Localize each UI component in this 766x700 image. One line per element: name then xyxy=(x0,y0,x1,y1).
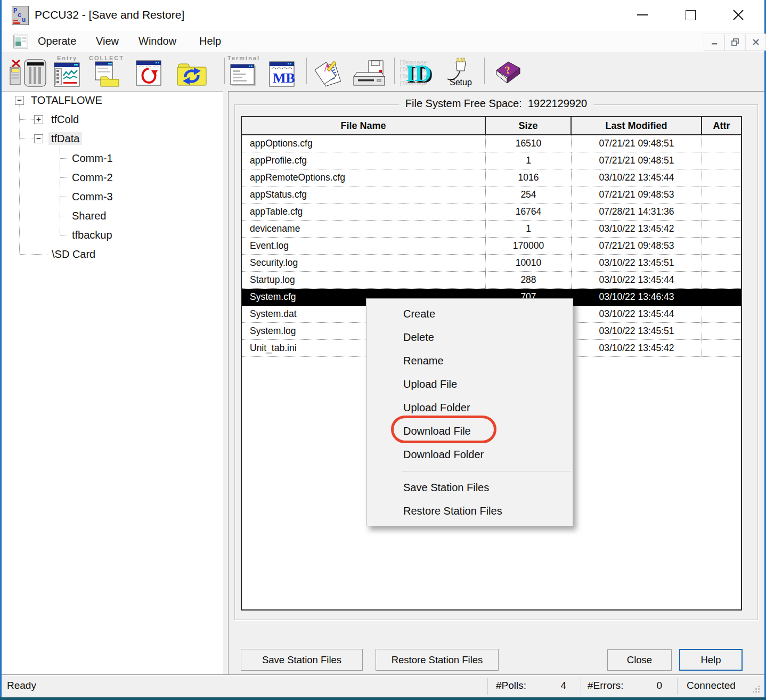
menu-window[interactable]: Window xyxy=(138,35,176,47)
tree-node-tfbackup[interactable]: tfbackup xyxy=(72,228,112,242)
svg-text:P: P xyxy=(13,7,17,15)
setup-plug-icon: Setup xyxy=(442,54,476,87)
file-row-appstatus[interactable]: appStatus.cfg25407/21/21 09:48:53 xyxy=(242,186,741,204)
maximize-button[interactable] xyxy=(674,0,707,30)
help-book-button[interactable]: ? xyxy=(491,53,525,89)
tree-collapse-tfdata[interactable]: − xyxy=(34,134,43,143)
calibrate-button[interactable]: A xyxy=(312,53,349,89)
id-manager-button[interactable]: [Dmanage: [Dmanage: [Dmanage: [Dmanage: … xyxy=(397,53,438,89)
file-row-appoptions[interactable]: appOptions.cfg1651007/21/21 09:48:51 xyxy=(242,135,741,152)
tree-node-comm1[interactable]: Comm-1 xyxy=(72,151,113,165)
save-station-files-button[interactable]: Save Station Files xyxy=(241,649,363,671)
tree-node-tfcold[interactable]: tfCold xyxy=(51,112,79,126)
collect-button[interactable]: COLLECT xyxy=(89,53,124,89)
annotation-red-circle xyxy=(391,416,496,443)
entry-button[interactable]: Entry xyxy=(52,53,83,89)
tree-node-tfdata[interactable]: tfData xyxy=(51,132,82,145)
modbus-mb-icon: MB xyxy=(268,61,295,87)
status-divider xyxy=(487,678,488,695)
floppy-drive-icon xyxy=(352,60,387,87)
tree-node-shared[interactable]: Shared xyxy=(72,209,107,223)
mdi-minimize-icon xyxy=(711,39,718,45)
menu-operate[interactable]: Operate xyxy=(38,35,76,47)
archive-button[interactable] xyxy=(349,53,389,89)
tree-connector xyxy=(20,139,34,139)
schedule-button[interactable] xyxy=(133,53,166,89)
tree-node-comm2[interactable]: Comm-2 xyxy=(72,170,113,184)
file-row-startuplog[interactable]: Startup.log28803/10/22 13:45:44 xyxy=(242,272,741,289)
menu-view[interactable]: View xyxy=(96,35,119,47)
svg-text:c: c xyxy=(18,12,21,19)
tree-expand-tfcold[interactable]: + xyxy=(34,115,43,124)
help-book-icon: ? xyxy=(492,60,523,87)
connect-icon xyxy=(6,59,49,87)
id-manager-icon: [Dmanage: [Dmanage: [Dmanage: [Dmanage: … xyxy=(398,59,437,87)
terminal-icon xyxy=(230,64,257,87)
status-polls-value: 4 xyxy=(537,680,566,691)
file-list-header: File Name Size Last Modified Attr xyxy=(242,117,741,135)
menu-bar: Operate View Window Help xyxy=(2,31,764,52)
connect-button[interactable] xyxy=(5,53,51,89)
tree-node-comm3[interactable]: Comm-3 xyxy=(72,190,113,204)
tree-connector xyxy=(19,105,20,254)
modbus-button[interactable]: MB xyxy=(266,53,298,89)
mdi-minimize-button[interactable] xyxy=(704,34,724,51)
status-divider xyxy=(581,678,581,695)
setup-button[interactable]: Setup xyxy=(441,53,478,89)
close-button[interactable] xyxy=(722,0,755,30)
context-menu-upload-file[interactable]: Upload File xyxy=(366,372,573,396)
child-window-icon[interactable] xyxy=(13,35,28,48)
column-header-filename[interactable]: File Name xyxy=(242,117,486,135)
tree-connector xyxy=(60,146,60,235)
terminal-button-label: Terminal xyxy=(227,55,259,61)
tree-connector xyxy=(60,177,69,178)
file-row-appremoteoptions[interactable]: appRemoteOptions.cfg101603/10/22 13:45:4… xyxy=(242,169,741,186)
help-button[interactable]: Help xyxy=(679,649,743,671)
close-dialog-button[interactable]: Close xyxy=(607,649,672,671)
file-row-eventlog[interactable]: Event.log17000007/21/21 09:48:53 xyxy=(242,238,741,255)
save-restore-button[interactable] xyxy=(175,53,208,89)
file-row-devicename[interactable]: devicename103/10/22 13:45:42 xyxy=(242,221,741,238)
column-header-attr[interactable]: Attr xyxy=(702,117,741,135)
tree-connector xyxy=(60,216,69,216)
collect-icon xyxy=(92,61,121,87)
column-header-modified[interactable]: Last Modified xyxy=(572,117,702,135)
svg-text:MB: MB xyxy=(273,70,295,86)
status-errors-label: #Errors: xyxy=(588,680,624,691)
close-icon xyxy=(732,9,744,21)
minimize-button[interactable] xyxy=(626,0,659,30)
context-menu-download-folder[interactable]: Download Folder xyxy=(366,443,573,466)
toolbar-separator xyxy=(224,58,225,84)
minimize-icon xyxy=(637,14,648,15)
context-menu-save-station-files[interactable]: Save Station Files xyxy=(366,476,573,499)
context-menu-rename[interactable]: Rename xyxy=(366,349,573,372)
tree-node-totalflowe[interactable]: TOTALFLOWE xyxy=(31,93,102,107)
file-row-appprofile[interactable]: appProfile.cfg107/21/21 09:48:51 xyxy=(242,152,741,169)
file-row-apptable[interactable]: appTable.cfg1676407/28/21 14:31:36 xyxy=(242,204,741,221)
title-bar: P c u PCCU32 - [Save and Restore] xyxy=(2,0,764,31)
restore-station-files-button[interactable]: Restore Station Files xyxy=(376,649,499,671)
context-menu-restore-station-files[interactable]: Restore Station Files xyxy=(366,499,573,523)
tree-connector xyxy=(20,254,47,255)
mdi-restore-button[interactable] xyxy=(724,34,745,51)
context-menu-separator xyxy=(402,471,571,471)
maximize-icon xyxy=(686,10,696,20)
window-border-bottom xyxy=(0,697,766,700)
tree-node-sdcard[interactable]: \SD Card xyxy=(52,247,95,261)
tree-connector xyxy=(60,158,69,159)
column-header-size[interactable]: Size xyxy=(486,117,572,135)
menu-help[interactable]: Help xyxy=(199,35,221,47)
context-menu-delete[interactable]: Delete xyxy=(366,325,573,349)
resize-grip-icon[interactable] xyxy=(753,686,760,693)
status-errors-value: 0 xyxy=(633,680,662,691)
terminal-button[interactable]: Terminal xyxy=(227,53,259,89)
save-restore-icon xyxy=(176,62,207,87)
file-row-securitylog[interactable]: Security.log1001003/10/22 13:45:51 xyxy=(242,255,741,272)
svg-text:ID: ID xyxy=(405,60,431,86)
tree-collapse-totalflowe[interactable]: − xyxy=(15,96,24,105)
status-ready: Ready xyxy=(7,680,36,691)
context-menu-create[interactable]: Create xyxy=(366,302,573,325)
mdi-close-button[interactable] xyxy=(745,34,766,51)
status-divider xyxy=(677,678,678,695)
mdi-close-icon xyxy=(753,39,759,45)
